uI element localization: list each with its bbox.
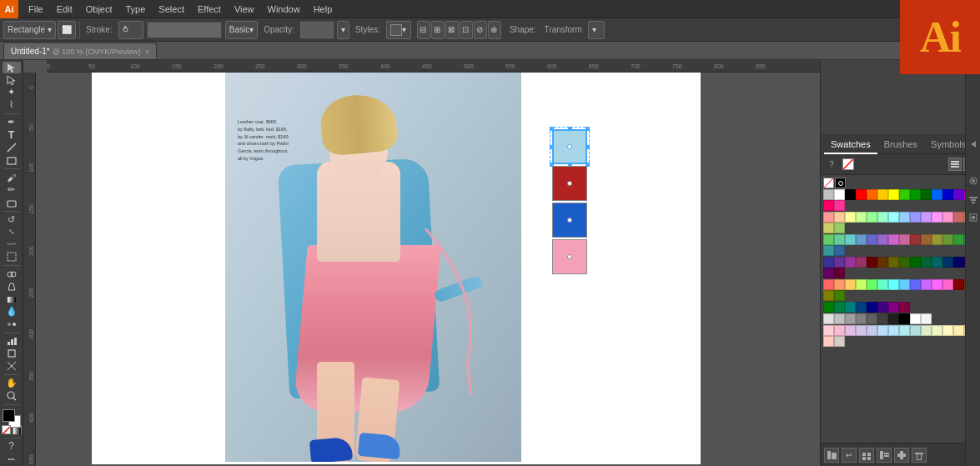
swatch-color-cell[interactable]: [899, 234, 910, 245]
swatch-color-cell[interactable]: [834, 268, 845, 278]
swatch-color-cell[interactable]: [932, 279, 942, 290]
swatch-color-cell[interactable]: [834, 200, 845, 211]
swatch-color-cell[interactable]: [856, 189, 867, 200]
fill-color[interactable]: [3, 409, 15, 422]
menu-help[interactable]: Help: [307, 0, 339, 18]
swatch-color-cell[interactable]: [877, 313, 888, 324]
registration-swatch[interactable]: [835, 178, 846, 188]
canvas-area[interactable]: Leather coat, $600. by Balfy, belt, lied…: [23, 60, 820, 466]
swatch-color-cell[interactable]: [888, 313, 899, 324]
swatch-color-cell[interactable]: [942, 234, 953, 245]
panel-appearance-btn[interactable]: [967, 174, 980, 188]
menu-window[interactable]: Window: [261, 0, 307, 18]
artboard-btn[interactable]: [3, 348, 21, 359]
eyedropper-btn[interactable]: 💧: [3, 306, 21, 318]
pencil-btn[interactable]: ✏: [3, 184, 21, 196]
eraser-btn[interactable]: [3, 197, 21, 208]
swatch-color-cell[interactable]: [953, 325, 964, 336]
menu-type[interactable]: Type: [119, 0, 153, 18]
swatch-color-cell[interactable]: [867, 325, 877, 336]
document-tab[interactable]: Untitled-1* @ 100 % (CMYK/Preview) ×: [3, 43, 157, 59]
swatch-color-cell[interactable]: [921, 257, 932, 268]
swatch-color-cell[interactable]: [932, 325, 942, 336]
stroke-dropdown[interactable]: Basic ▾: [225, 21, 258, 39]
more-tools-btn[interactable]: •••: [3, 453, 21, 464]
swatch-color-cell[interactable]: [867, 257, 877, 268]
swatch-color-cell[interactable]: [834, 212, 845, 223]
slice-btn[interactable]: [3, 360, 21, 372]
swatch-color-cell[interactable]: [910, 212, 921, 223]
type-tool-btn[interactable]: T: [3, 128, 21, 141]
swatch-color-cell[interactable]: [899, 279, 910, 290]
swatch-color-cell[interactable]: [953, 257, 964, 268]
tab-close-button[interactable]: ×: [145, 48, 149, 56]
swatch-color-cell[interactable]: [899, 313, 910, 324]
swatch-color-cell[interactable]: [856, 257, 867, 268]
lasso-tool-btn[interactable]: ⌇: [3, 99, 21, 111]
swatch-color-cell[interactable]: [834, 279, 845, 290]
chart-btn[interactable]: [3, 335, 21, 347]
tab-swatches[interactable]: Swatches: [824, 134, 877, 154]
stroke-value[interactable]: [147, 22, 222, 38]
menu-file[interactable]: File: [22, 0, 50, 18]
swatch-color-cell[interactable]: [921, 325, 932, 336]
swatch-color-cell[interactable]: [845, 313, 856, 324]
swatch-color-cell[interactable]: [823, 223, 834, 233]
swatch-color-cell[interactable]: [834, 290, 845, 301]
warp-btn[interactable]: 〰: [3, 238, 21, 250]
list-view-btn[interactable]: [948, 158, 962, 171]
swatch-color-cell[interactable]: [823, 325, 834, 336]
panel-align-btn[interactable]: [967, 193, 980, 206]
swatch-color-cell[interactable]: [834, 257, 845, 268]
delete-swatch-btn[interactable]: [912, 448, 927, 463]
swatch-color-cell[interactable]: [888, 302, 899, 313]
transform-options[interactable]: ▾: [588, 21, 605, 39]
swatch-color-cell[interactable]: [856, 325, 867, 336]
swatch-color-cell[interactable]: [921, 313, 932, 324]
swatch-color-cell[interactable]: [932, 234, 942, 245]
swatch-color-cell[interactable]: [877, 189, 888, 200]
swatch-color-cell[interactable]: [888, 234, 899, 245]
swatch-color-cell[interactable]: [867, 189, 877, 200]
swatch-color-cell[interactable]: [845, 234, 856, 245]
swatch-color-cell[interactable]: [845, 279, 856, 290]
align-middle[interactable]: ⊘: [474, 21, 487, 39]
swatch-color-cell[interactable]: [834, 223, 845, 233]
align-center[interactable]: ⊞: [431, 21, 445, 39]
swatch-color-cell[interactable]: [877, 325, 888, 336]
swatch-color-cell[interactable]: [845, 189, 856, 200]
menu-effect[interactable]: Effect: [191, 0, 228, 18]
swatch-color-cell[interactable]: [823, 245, 834, 256]
swatch-color-cell[interactable]: [942, 212, 953, 223]
swatch-color-cell[interactable]: [856, 234, 867, 245]
swatch-help-btn[interactable]: ?: [824, 157, 839, 172]
swatch-color-cell[interactable]: [834, 245, 845, 256]
swatch-color-cell[interactable]: [877, 302, 888, 313]
swatch-color-cell[interactable]: [888, 212, 899, 223]
swatch-color-cell[interactable]: [834, 302, 845, 313]
swatch-color-cell[interactable]: [921, 189, 932, 200]
align-bottom[interactable]: ⊕: [488, 21, 501, 39]
swatch-back-btn[interactable]: ↩: [842, 448, 857, 463]
swatch-color-cell[interactable]: [823, 234, 834, 245]
none-color-btn[interactable]: [2, 425, 11, 434]
swatch-color-cell[interactable]: [953, 234, 964, 245]
swatch-color-cell[interactable]: [845, 302, 856, 313]
selection-tool-btn[interactable]: [3, 62, 21, 73]
swatch-color-cell[interactable]: [877, 212, 888, 223]
swatch-color-cell[interactable]: [845, 212, 856, 223]
swatch-library-btn[interactable]: [824, 448, 839, 463]
swatch-color-cell[interactable]: [823, 313, 834, 324]
swatch-color-cell[interactable]: [823, 257, 834, 268]
direct-selection-tool-btn[interactable]: [3, 74, 21, 86]
shape-1[interactable]: [552, 129, 587, 164]
swatch-color-cell[interactable]: [867, 313, 877, 324]
swatch-color-cell[interactable]: [834, 313, 845, 324]
swatch-color-cell[interactable]: [932, 212, 942, 223]
swatch-color-cell[interactable]: [921, 212, 932, 223]
shape-4[interactable]: [552, 239, 587, 274]
swatch-none-btn[interactable]: [842, 158, 854, 170]
swatch-color-cell[interactable]: [856, 302, 867, 313]
shape-options[interactable]: ⬜: [58, 21, 76, 39]
perspective-btn[interactable]: [3, 281, 21, 293]
